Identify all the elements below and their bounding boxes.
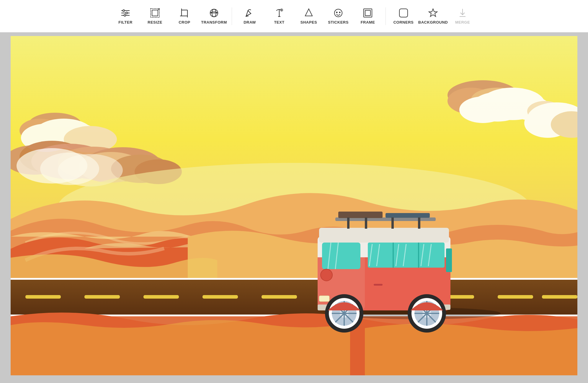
canvas[interactable] — [11, 36, 577, 375]
svg-point-38 — [459, 96, 507, 123]
frame-icon — [362, 8, 373, 18]
svg-point-26 — [339, 12, 340, 13]
svg-rect-65 — [25, 295, 61, 299]
svg-rect-88 — [322, 243, 360, 269]
shapes-label: SHAPES — [300, 20, 317, 24]
resize-tool[interactable]: RESIZE — [140, 0, 170, 32]
transform-icon — [209, 8, 219, 18]
toolbar-group-create: DRAW TEXT SHAPES — [235, 0, 383, 32]
merge-tool[interactable]: MERGE — [448, 0, 477, 32]
svg-rect-101 — [374, 284, 383, 286]
corners-tool[interactable]: CORNERS — [389, 0, 418, 32]
svg-rect-73 — [542, 295, 577, 299]
corners-icon — [398, 8, 409, 18]
background-tool[interactable]: BACKGROUND — [418, 0, 448, 32]
merge-label: MERGE — [455, 20, 470, 24]
crop-tool[interactable]: CROP — [170, 0, 199, 32]
draw-label: DRAW — [244, 20, 256, 24]
stickers-label: STICKERS — [328, 20, 349, 24]
svg-point-25 — [337, 12, 337, 13]
canvas-area — [0, 32, 588, 383]
svg-point-3 — [123, 10, 125, 12]
svg-rect-72 — [498, 295, 533, 299]
background-icon — [428, 8, 438, 18]
svg-rect-84 — [347, 217, 349, 229]
corners-label: CORNERS — [393, 20, 414, 24]
text-tool[interactable]: TEXT — [264, 0, 294, 32]
crop-label: CROP — [179, 20, 190, 24]
text-icon — [274, 8, 285, 18]
svg-rect-100 — [446, 248, 452, 272]
merge-icon — [457, 8, 468, 18]
svg-rect-63 — [11, 278, 577, 280]
svg-point-5 — [124, 14, 126, 16]
svg-marker-23 — [305, 9, 312, 16]
svg-rect-69 — [262, 295, 297, 299]
svg-rect-7 — [152, 10, 158, 16]
crop-icon — [179, 8, 190, 18]
svg-rect-80 — [319, 228, 449, 243]
toolbar-group-advanced: CORNERS BACKGROUND MERGE — [389, 0, 477, 32]
svg-rect-83 — [386, 213, 430, 218]
filter-tool[interactable]: FILTER — [111, 0, 140, 32]
shapes-icon — [303, 8, 314, 18]
toolbar: FILTER RESIZE CROP — [0, 0, 588, 32]
svg-point-4 — [126, 12, 128, 14]
svg-rect-68 — [202, 295, 238, 299]
svg-rect-66 — [84, 295, 120, 299]
svg-rect-85 — [365, 217, 367, 229]
svg-rect-87 — [418, 217, 420, 229]
shapes-tool[interactable]: SHAPES — [294, 0, 324, 32]
divider-2 — [386, 7, 386, 25]
svg-rect-28 — [365, 10, 370, 16]
stickers-tool[interactable]: STICKERS — [324, 0, 353, 32]
draw-tool[interactable]: DRAW — [235, 0, 264, 32]
draw-icon — [244, 8, 255, 18]
frame-tool[interactable]: FRAME — [353, 0, 383, 32]
transform-label: TRANSFORM — [201, 20, 227, 24]
transform-tool[interactable]: TRANSFORM — [199, 0, 229, 32]
text-label: TEXT — [274, 20, 284, 24]
frame-label: FRAME — [361, 20, 375, 24]
stickers-icon — [333, 8, 344, 18]
svg-rect-29 — [399, 9, 408, 17]
resize-icon — [150, 8, 160, 18]
svg-point-24 — [334, 9, 342, 17]
svg-point-120 — [321, 269, 332, 281]
filter-icon — [120, 8, 131, 18]
background-label: BACKGROUND — [418, 20, 448, 24]
svg-rect-121 — [319, 296, 329, 302]
resize-label: RESIZE — [148, 20, 162, 24]
svg-rect-86 — [391, 217, 394, 229]
toolbar-group-edit: FILTER RESIZE CROP — [111, 0, 229, 32]
svg-rect-82 — [338, 212, 383, 218]
filter-label: FILTER — [118, 20, 133, 24]
scene-svg — [11, 36, 577, 375]
svg-rect-67 — [143, 295, 179, 299]
divider-1 — [232, 7, 232, 25]
